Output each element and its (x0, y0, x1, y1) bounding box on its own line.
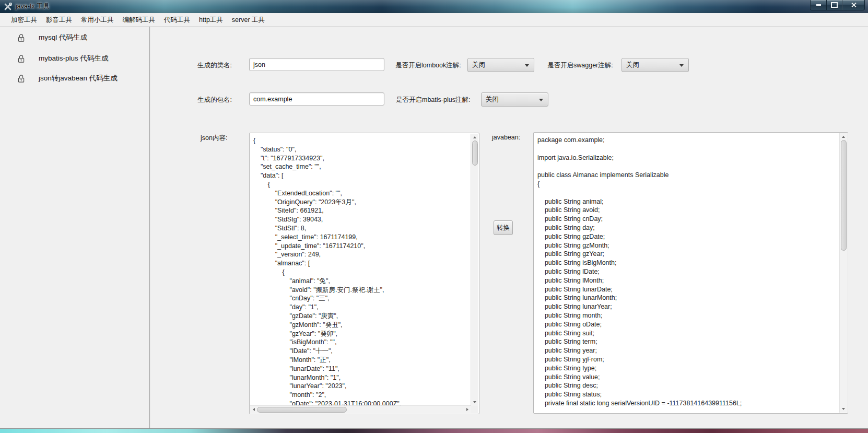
lock-icon (17, 74, 25, 83)
menu-http-tools[interactable]: http工具 (195, 14, 227, 26)
minimize-button[interactable] (810, 0, 827, 10)
swagger-label: 是否开启swagger注解: (547, 61, 613, 70)
json-vertical-scrollbar[interactable] (471, 134, 478, 406)
javabean-textarea[interactable]: package com.example; import java.io.Seri… (533, 132, 848, 414)
sidebar-item-mybatis-plus-codegen[interactable]: mybatis-plus 代码生成 (0, 52, 149, 65)
json-content-textarea[interactable]: { "status": "0", "t": "1677917334923", "… (249, 133, 479, 414)
json-vscroll-thumb[interactable] (472, 141, 478, 166)
json-horizontal-scrollbar[interactable] (250, 405, 471, 413)
scrollbar-corner (471, 406, 478, 413)
mybatis-plus-label: 是否开启mbatis-plus注解: (396, 96, 470, 104)
mybatis-plus-select[interactable]: 关闭 (481, 92, 548, 107)
scroll-down-icon[interactable] (471, 399, 478, 406)
scroll-left-icon[interactable] (250, 406, 257, 413)
lombok-select[interactable]: 关闭 (467, 58, 534, 72)
scroll-up-icon[interactable] (840, 133, 847, 141)
sidebar-item-label: mybatis-plus 代码生成 (39, 54, 109, 63)
javabean-vscroll-thumb[interactable] (841, 140, 847, 251)
javabean-label: javabean: (492, 134, 520, 141)
sidebar: mysql 代码生成 mybatis-plus 代码生成 jso (0, 27, 150, 428)
package-name-input[interactable] (249, 92, 384, 106)
swagger-select[interactable]: 关闭 (621, 58, 689, 72)
mybatis-plus-select-value: 关闭 (482, 95, 539, 104)
menubar: 加密工具 影音工具 常用小工具 编解码工具 代码工具 http工具 server… (0, 13, 868, 27)
lock-icon (17, 54, 25, 63)
scroll-up-icon[interactable] (471, 134, 478, 141)
window-title: java-fx 工具 (16, 0, 50, 13)
menu-codec-tools[interactable]: 编解码工具 (119, 14, 160, 26)
package-name-label: 生成的包名: (172, 96, 232, 104)
close-button[interactable] (842, 0, 865, 10)
json-content-text[interactable]: { "status": "0", "t": "1677917334923", "… (250, 133, 472, 406)
convert-button[interactable]: 转换 (494, 220, 513, 235)
titlebar[interactable]: java-fx 工具 (0, 0, 868, 13)
sidebar-item-label: mysql 代码生成 (39, 33, 87, 42)
chevron-down-icon (539, 99, 543, 103)
chevron-down-icon (525, 64, 529, 69)
menu-server-tools[interactable]: server 工具 (228, 14, 269, 26)
scroll-down-icon[interactable] (840, 405, 847, 413)
lombok-label: 是否开启lombook注解: (395, 61, 461, 70)
lock-icon (17, 33, 25, 42)
content-area: mysql 代码生成 mybatis-plus 代码生成 jso (0, 27, 868, 428)
javabean-vertical-scrollbar[interactable] (839, 133, 847, 413)
lombok-select-value: 关闭 (468, 61, 525, 69)
swagger-select-value: 关闭 (622, 61, 679, 69)
menu-code-tools[interactable]: 代码工具 (160, 14, 194, 26)
scroll-right-icon[interactable] (464, 406, 471, 413)
main-panel: 生成的类名: 是否开启lombook注解: 关闭 是否开启swagger注解: … (150, 27, 868, 428)
app-tools-icon (4, 2, 13, 11)
maximize-button[interactable] (826, 0, 842, 10)
menu-media-tools[interactable]: 影音工具 (42, 14, 76, 26)
class-name-input[interactable] (249, 58, 384, 71)
sidebar-item-label: json转javabean 代码生成 (39, 74, 118, 83)
class-name-label: 生成的类名: (172, 61, 232, 70)
javabean-text[interactable]: package com.example; import java.io.Seri… (534, 133, 840, 413)
desktop-wallpaper-strip (0, 428, 868, 433)
sidebar-item-mysql-codegen[interactable]: mysql 代码生成 (0, 31, 149, 44)
minimize-icon (816, 4, 821, 6)
menu-common-tools[interactable]: 常用小工具 (77, 14, 118, 26)
window-controls (811, 0, 865, 10)
sidebar-item-json-to-javabean-codegen[interactable]: json转javabean 代码生成 (0, 72, 149, 85)
chevron-down-icon (679, 64, 684, 69)
json-content-label: json内容: (201, 134, 227, 143)
app-window: java-fx 工具 加密工具 影音工具 常用小工具 编解码工具 代码工具 ht… (0, 0, 868, 433)
close-icon (851, 2, 857, 8)
maximize-icon (831, 2, 838, 8)
menu-encrypt-tools[interactable]: 加密工具 (7, 14, 41, 26)
json-hscroll-thumb[interactable] (257, 407, 347, 413)
